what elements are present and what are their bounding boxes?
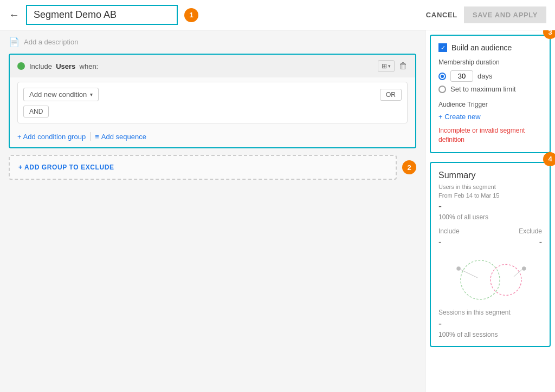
condition-area: Add new condition ▾ OR AND [17, 82, 408, 123]
duration-input[interactable] [450, 70, 473, 82]
sessions-pct: 100% of all sessions [438, 331, 542, 338]
step-badge-1: 1 [184, 8, 198, 22]
or-button[interactable]: OR [380, 89, 402, 101]
step-badge-4: 4 [543, 152, 555, 166]
max-limit-row: Set to maximum limit [438, 85, 542, 93]
exclude-row: + ADD GROUP TO EXCLUDE 2 [9, 155, 416, 180]
trigger-label: Audience Trigger [438, 101, 542, 108]
include-header: Include Users when: ⊞ ▾ 🗑 [10, 55, 415, 77]
description-placeholder[interactable]: Add a description [24, 38, 78, 46]
sequence-icon: ≡ [95, 133, 99, 141]
membership-duration-label: Membership duration [438, 58, 542, 66]
include-title: Include Users when: [29, 62, 98, 70]
venn-svg [439, 252, 542, 306]
svg-point-0 [460, 260, 499, 299]
summary-section: Summary Users in this segment From Feb 1… [430, 162, 551, 347]
add-condition-label: Add new condition [29, 90, 87, 99]
users-value: - [438, 201, 542, 212]
create-new-trigger-button[interactable]: + Create new [438, 113, 481, 121]
left-panel: 📄 Add a description Include Users when: … [0, 30, 425, 392]
svg-point-3 [521, 266, 526, 271]
include-label: Include [29, 62, 52, 70]
include-header-left: Include Users when: [17, 62, 98, 70]
sessions-label: Sessions in this segment [438, 309, 542, 316]
description-row: 📄 Add a description [9, 37, 416, 47]
right-panel: ✓ Build an audience Membership duration … [425, 30, 555, 392]
save-button[interactable]: SAVE AND APPLY [464, 6, 546, 23]
view-toggle-button[interactable]: ⊞ ▾ [378, 60, 395, 72]
build-audience-checkbox[interactable]: ✓ [438, 43, 447, 52]
date-range-label: From Feb 14 to Mar 15 [438, 192, 542, 199]
max-limit-label: Set to maximum limit [450, 85, 516, 93]
svg-point-1 [491, 264, 521, 295]
step-badge-2: 2 [402, 160, 416, 174]
include-exclude-values: - - [438, 237, 542, 247]
delete-group-button[interactable]: 🗑 [399, 61, 408, 71]
audience-title: Build an audience [451, 43, 512, 52]
condition-row: Add new condition ▾ OR [23, 88, 402, 101]
summary-wrapper: Summary Users in this segment From Feb 1… [425, 158, 555, 351]
users-pct: 100% of all users [438, 213, 542, 221]
include-group: Include Users when: ⊞ ▾ 🗑 [9, 54, 416, 148]
summary-title: Summary [438, 171, 542, 180]
audience-wrapper: ✓ Build an audience Membership duration … [425, 30, 555, 158]
when-label: when: [80, 62, 99, 70]
and-button[interactable]: AND [23, 106, 49, 117]
exclude-label: Exclude [519, 227, 542, 235]
table-icon: ⊞ [382, 62, 387, 70]
users-in-segment-label: Users in this segment [438, 184, 542, 190]
header-left: ← Segment Demo AB 1 [9, 5, 198, 25]
chevron-down-icon: ▾ [388, 63, 391, 69]
add-exclude-button[interactable]: + ADD GROUP TO EXCLUDE [18, 164, 114, 171]
segment-title[interactable]: Segment Demo AB [26, 5, 178, 25]
add-sequence-button[interactable]: ≡ Add sequence [95, 133, 146, 141]
exclude-section: + ADD GROUP TO EXCLUDE [9, 155, 397, 180]
chevron-down-icon: ▾ [90, 92, 93, 97]
svg-point-2 [456, 266, 461, 271]
include-exclude-row: Include Exclude [438, 227, 542, 235]
days-label: days [477, 72, 492, 80]
back-button[interactable]: ← [9, 9, 20, 21]
doc-icon: 📄 [9, 37, 20, 47]
divider [90, 132, 91, 141]
audience-section: ✓ Build an audience Membership duration … [430, 35, 551, 153]
and-row: AND [23, 101, 402, 117]
exclude-value: - [539, 237, 542, 247]
header-right: CANCEL SAVE AND APPLY [426, 6, 546, 23]
svg-line-4 [460, 269, 477, 277]
duration-row: days [438, 70, 542, 82]
error-message: Incomplete or invalid segment definition [438, 126, 542, 145]
cancel-button[interactable]: CANCEL [426, 11, 457, 19]
main-layout: 📄 Add a description Include Users when: … [0, 30, 555, 392]
users-label: Users [56, 62, 75, 70]
sessions-value: - [438, 318, 542, 330]
audience-title-row: ✓ Build an audience [438, 43, 542, 52]
svg-line-5 [513, 269, 521, 276]
add-condition-button[interactable]: Add new condition ▾ [23, 88, 99, 101]
include-label: Include [438, 227, 460, 235]
header: ← Segment Demo AB 1 CANCEL SAVE AND APPL… [0, 0, 555, 30]
include-value: - [438, 237, 441, 247]
include-header-right: ⊞ ▾ 🗑 [378, 60, 408, 72]
max-limit-radio-button[interactable] [438, 86, 446, 93]
green-dot-icon [17, 62, 25, 70]
add-condition-group-button[interactable]: + Add condition group [17, 133, 86, 141]
venn-diagram [438, 249, 542, 309]
group-actions: + Add condition group ≡ Add sequence [10, 128, 415, 141]
duration-radio-button[interactable] [438, 73, 446, 80]
